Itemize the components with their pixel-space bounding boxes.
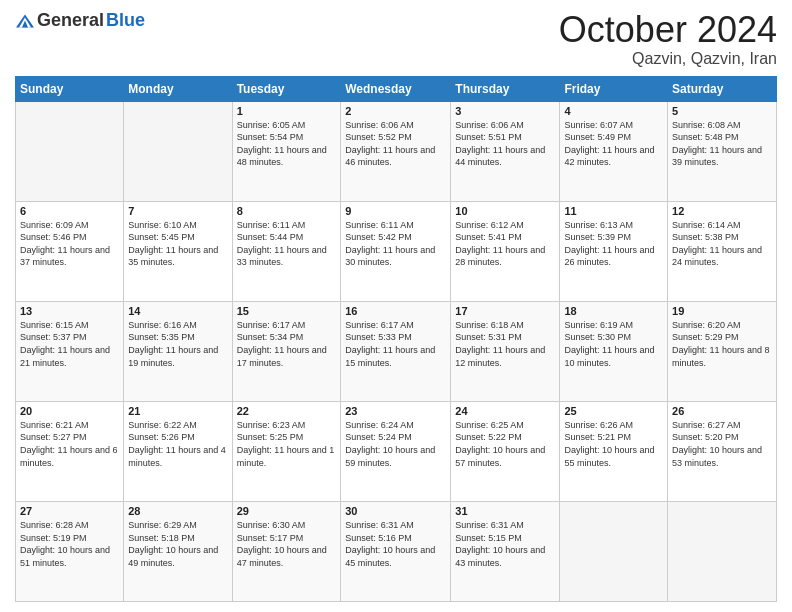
day-info: Sunrise: 6:07 AMSunset: 5:49 PMDaylight:… — [564, 119, 663, 169]
day-info: Sunrise: 6:11 AMSunset: 5:44 PMDaylight:… — [237, 219, 337, 269]
day-number: 6 — [20, 205, 119, 217]
day-info: Sunrise: 6:31 AMSunset: 5:15 PMDaylight:… — [455, 519, 555, 569]
day-info: Sunrise: 6:27 AMSunset: 5:20 PMDaylight:… — [672, 419, 772, 469]
day-info: Sunrise: 6:05 AMSunset: 5:54 PMDaylight:… — [237, 119, 337, 169]
calendar-cell: 14Sunrise: 6:16 AMSunset: 5:35 PMDayligh… — [124, 301, 232, 401]
day-number: 14 — [128, 305, 227, 317]
day-info: Sunrise: 6:09 AMSunset: 5:46 PMDaylight:… — [20, 219, 119, 269]
day-number: 25 — [564, 405, 663, 417]
day-number: 27 — [20, 505, 119, 517]
day-info: Sunrise: 6:15 AMSunset: 5:37 PMDaylight:… — [20, 319, 119, 369]
page: General Blue October 2024 Qazvin, Qazvin… — [0, 0, 792, 612]
day-info: Sunrise: 6:13 AMSunset: 5:39 PMDaylight:… — [564, 219, 663, 269]
day-number: 22 — [237, 405, 337, 417]
calendar-cell: 27Sunrise: 6:28 AMSunset: 5:19 PMDayligh… — [16, 501, 124, 601]
day-info: Sunrise: 6:06 AMSunset: 5:52 PMDaylight:… — [345, 119, 446, 169]
calendar-cell: 23Sunrise: 6:24 AMSunset: 5:24 PMDayligh… — [341, 401, 451, 501]
title-area: October 2024 Qazvin, Qazvin, Iran — [559, 10, 777, 68]
day-number: 7 — [128, 205, 227, 217]
day-number: 30 — [345, 505, 446, 517]
day-number: 1 — [237, 105, 337, 117]
calendar-cell: 30Sunrise: 6:31 AMSunset: 5:16 PMDayligh… — [341, 501, 451, 601]
day-number: 18 — [564, 305, 663, 317]
day-number: 26 — [672, 405, 772, 417]
logo: General Blue — [15, 10, 145, 31]
day-info: Sunrise: 6:19 AMSunset: 5:30 PMDaylight:… — [564, 319, 663, 369]
calendar-cell: 18Sunrise: 6:19 AMSunset: 5:30 PMDayligh… — [560, 301, 668, 401]
calendar-cell: 13Sunrise: 6:15 AMSunset: 5:37 PMDayligh… — [16, 301, 124, 401]
calendar-cell: 1Sunrise: 6:05 AMSunset: 5:54 PMDaylight… — [232, 101, 341, 201]
weekday-header-tuesday: Tuesday — [232, 76, 341, 101]
calendar-cell — [124, 101, 232, 201]
day-number: 10 — [455, 205, 555, 217]
calendar-cell — [16, 101, 124, 201]
week-row-4: 20Sunrise: 6:21 AMSunset: 5:27 PMDayligh… — [16, 401, 777, 501]
day-info: Sunrise: 6:08 AMSunset: 5:48 PMDaylight:… — [672, 119, 772, 169]
calendar-cell: 24Sunrise: 6:25 AMSunset: 5:22 PMDayligh… — [451, 401, 560, 501]
day-number: 2 — [345, 105, 446, 117]
calendar-cell: 7Sunrise: 6:10 AMSunset: 5:45 PMDaylight… — [124, 201, 232, 301]
calendar-cell — [560, 501, 668, 601]
calendar-cell: 8Sunrise: 6:11 AMSunset: 5:44 PMDaylight… — [232, 201, 341, 301]
calendar-cell: 3Sunrise: 6:06 AMSunset: 5:51 PMDaylight… — [451, 101, 560, 201]
day-info: Sunrise: 6:17 AMSunset: 5:34 PMDaylight:… — [237, 319, 337, 369]
weekday-header-friday: Friday — [560, 76, 668, 101]
day-info: Sunrise: 6:06 AMSunset: 5:51 PMDaylight:… — [455, 119, 555, 169]
weekday-header-wednesday: Wednesday — [341, 76, 451, 101]
day-number: 13 — [20, 305, 119, 317]
calendar-cell: 17Sunrise: 6:18 AMSunset: 5:31 PMDayligh… — [451, 301, 560, 401]
logo-general-text: General — [37, 10, 104, 31]
day-info: Sunrise: 6:22 AMSunset: 5:26 PMDaylight:… — [128, 419, 227, 469]
day-number: 9 — [345, 205, 446, 217]
calendar-cell: 26Sunrise: 6:27 AMSunset: 5:20 PMDayligh… — [668, 401, 777, 501]
logo-icon — [15, 11, 35, 31]
day-number: 8 — [237, 205, 337, 217]
calendar-cell: 19Sunrise: 6:20 AMSunset: 5:29 PMDayligh… — [668, 301, 777, 401]
calendar-cell: 5Sunrise: 6:08 AMSunset: 5:48 PMDaylight… — [668, 101, 777, 201]
day-number: 3 — [455, 105, 555, 117]
day-number: 16 — [345, 305, 446, 317]
day-info: Sunrise: 6:12 AMSunset: 5:41 PMDaylight:… — [455, 219, 555, 269]
calendar-cell — [668, 501, 777, 601]
day-info: Sunrise: 6:24 AMSunset: 5:24 PMDaylight:… — [345, 419, 446, 469]
weekday-header-row: SundayMondayTuesdayWednesdayThursdayFrid… — [16, 76, 777, 101]
day-number: 11 — [564, 205, 663, 217]
week-row-2: 6Sunrise: 6:09 AMSunset: 5:46 PMDaylight… — [16, 201, 777, 301]
calendar-cell: 22Sunrise: 6:23 AMSunset: 5:25 PMDayligh… — [232, 401, 341, 501]
day-info: Sunrise: 6:29 AMSunset: 5:18 PMDaylight:… — [128, 519, 227, 569]
day-number: 24 — [455, 405, 555, 417]
logo-blue-text: Blue — [106, 10, 145, 31]
day-info: Sunrise: 6:18 AMSunset: 5:31 PMDaylight:… — [455, 319, 555, 369]
day-number: 15 — [237, 305, 337, 317]
day-number: 4 — [564, 105, 663, 117]
month-title: October 2024 — [559, 10, 777, 50]
calendar-cell: 11Sunrise: 6:13 AMSunset: 5:39 PMDayligh… — [560, 201, 668, 301]
header: General Blue October 2024 Qazvin, Qazvin… — [15, 10, 777, 68]
day-info: Sunrise: 6:25 AMSunset: 5:22 PMDaylight:… — [455, 419, 555, 469]
day-info: Sunrise: 6:20 AMSunset: 5:29 PMDaylight:… — [672, 319, 772, 369]
day-number: 12 — [672, 205, 772, 217]
calendar-cell: 28Sunrise: 6:29 AMSunset: 5:18 PMDayligh… — [124, 501, 232, 601]
calendar-cell: 10Sunrise: 6:12 AMSunset: 5:41 PMDayligh… — [451, 201, 560, 301]
day-info: Sunrise: 6:10 AMSunset: 5:45 PMDaylight:… — [128, 219, 227, 269]
day-number: 31 — [455, 505, 555, 517]
calendar-cell: 9Sunrise: 6:11 AMSunset: 5:42 PMDaylight… — [341, 201, 451, 301]
day-info: Sunrise: 6:17 AMSunset: 5:33 PMDaylight:… — [345, 319, 446, 369]
week-row-1: 1Sunrise: 6:05 AMSunset: 5:54 PMDaylight… — [16, 101, 777, 201]
weekday-header-saturday: Saturday — [668, 76, 777, 101]
week-row-3: 13Sunrise: 6:15 AMSunset: 5:37 PMDayligh… — [16, 301, 777, 401]
day-number: 19 — [672, 305, 772, 317]
calendar-cell: 4Sunrise: 6:07 AMSunset: 5:49 PMDaylight… — [560, 101, 668, 201]
day-number: 28 — [128, 505, 227, 517]
calendar-cell: 15Sunrise: 6:17 AMSunset: 5:34 PMDayligh… — [232, 301, 341, 401]
calendar-cell: 20Sunrise: 6:21 AMSunset: 5:27 PMDayligh… — [16, 401, 124, 501]
day-number: 17 — [455, 305, 555, 317]
day-info: Sunrise: 6:11 AMSunset: 5:42 PMDaylight:… — [345, 219, 446, 269]
weekday-header-thursday: Thursday — [451, 76, 560, 101]
calendar-cell: 29Sunrise: 6:30 AMSunset: 5:17 PMDayligh… — [232, 501, 341, 601]
day-number: 23 — [345, 405, 446, 417]
calendar-cell: 16Sunrise: 6:17 AMSunset: 5:33 PMDayligh… — [341, 301, 451, 401]
day-number: 21 — [128, 405, 227, 417]
calendar-cell: 2Sunrise: 6:06 AMSunset: 5:52 PMDaylight… — [341, 101, 451, 201]
weekday-header-sunday: Sunday — [16, 76, 124, 101]
